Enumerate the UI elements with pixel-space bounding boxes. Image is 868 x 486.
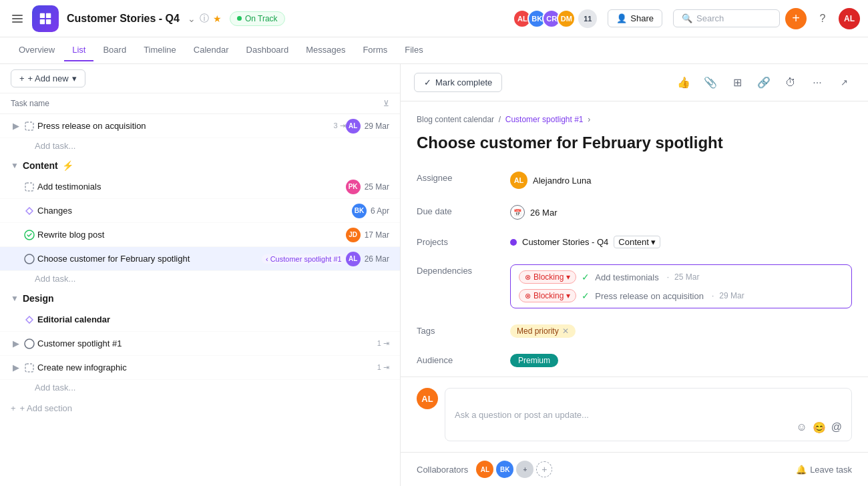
mark-complete-button[interactable]: ✓ Mark complete: [414, 73, 502, 92]
at-icon[interactable]: @: [831, 421, 842, 434]
due-date-label: Due date: [417, 202, 510, 220]
svg-rect-0: [12, 15, 23, 16]
section-design[interactable]: ▼ Design: [0, 286, 400, 308]
expand-button[interactable]: ▶: [11, 362, 21, 373]
tab-list[interactable]: List: [64, 39, 93, 61]
like-button[interactable]: 👍: [673, 72, 694, 93]
leave-task-button[interactable]: 🔔 Leave task: [796, 465, 852, 475]
avatar-count[interactable]: 11: [578, 9, 597, 28]
comment-section: AL Ask a question or post an update... ☺…: [401, 377, 868, 452]
smiley-icon[interactable]: 😊: [813, 421, 826, 434]
project-section[interactable]: Content ▾: [614, 236, 660, 248]
add-section-button[interactable]: + + Add section: [0, 395, 400, 421]
check-circle-icon: [24, 338, 35, 349]
collaborators-row: Collaborators AL BK + + 🔔 Leave task: [401, 452, 868, 486]
add-task-button-content[interactable]: Add task...: [35, 274, 75, 284]
chevron-down-icon: ▾: [651, 237, 656, 247]
subtask-badge: 1 ⇥: [377, 363, 389, 372]
dep-task-name-1: Add testimonials: [595, 272, 658, 282]
blocking-badge-1[interactable]: ⊗ Blocking ▾: [519, 270, 576, 284]
add-new-button[interactable]: + + Add new ▾: [11, 69, 85, 87]
tab-timeline[interactable]: Timeline: [136, 39, 184, 61]
assignee-value: AL Alejandro Luna: [510, 169, 852, 192]
add-button[interactable]: +: [785, 8, 807, 29]
block-icon: ⊗: [525, 292, 531, 300]
task-row[interactable]: Rewrite blog post JD 17 Mar: [0, 223, 400, 247]
timer-button[interactable]: ⏱: [780, 72, 801, 93]
task-avatar: AL: [346, 119, 361, 134]
task-row[interactable]: Choose customer for February spotlight ‹…: [0, 247, 400, 271]
tag-label: Med priority: [517, 326, 559, 336]
add-task-button[interactable]: Add task...: [35, 141, 75, 151]
task-date: 17 Mar: [365, 230, 389, 240]
status-dot: [237, 16, 242, 21]
tab-calendar[interactable]: Calendar: [186, 39, 237, 61]
task-row[interactable]: Editorial calendar: [0, 308, 400, 332]
blocked-icon: [24, 121, 35, 132]
tab-forms[interactable]: Forms: [355, 39, 395, 61]
chevron-down-icon[interactable]: ⌄: [188, 13, 196, 24]
col-task-name: Task name: [11, 99, 383, 108]
add-task-button-design[interactable]: Add task...: [35, 383, 75, 393]
tab-board[interactable]: Board: [95, 39, 134, 61]
check-done-icon: [24, 230, 35, 240]
section-content[interactable]: ▼ Content ⚡: [0, 154, 400, 175]
svg-marker-12: [26, 316, 33, 323]
comment-icons: ☺ 😊 @: [796, 421, 842, 434]
app-icon: [32, 5, 59, 32]
projects-label: Projects: [417, 233, 510, 251]
subtask-badge: 3 ⇥: [333, 121, 345, 130]
task-list: Task name ⊻ ▶ Press release on acquisiti…: [0, 93, 400, 486]
star-icon[interactable]: ★: [213, 13, 222, 24]
link-button[interactable]: 🔗: [753, 72, 775, 93]
main-area: + + Add new ▾ Task name ⊻ ▶ Press releas…: [0, 64, 868, 486]
info-icon[interactable]: ⓘ: [200, 13, 209, 25]
collab-add-button[interactable]: +: [536, 461, 552, 477]
more-button[interactable]: ···: [807, 72, 828, 93]
svg-marker-9: [26, 208, 33, 214]
task-row[interactable]: ▶ Customer spotlight #1 1 ⇥: [0, 332, 400, 356]
user-avatar-button[interactable]: AL: [839, 8, 860, 29]
task-row[interactable]: ▶ Press release on acquisition 3 ⇥ AL 29…: [0, 114, 400, 138]
task-row[interactable]: ▶ Create new infographic 1 ⇥: [0, 356, 400, 380]
blocking-badge-2[interactable]: ⊗ Blocking ▾: [519, 289, 576, 302]
emoji-icon[interactable]: ☺: [796, 421, 807, 434]
tag-remove-button[interactable]: ✕: [562, 326, 569, 336]
sort-icon[interactable]: ⊻: [383, 99, 389, 108]
task-name: Changes: [37, 206, 352, 216]
hamburger-button[interactable]: [8, 9, 27, 28]
task-name: Add testimonials: [37, 182, 346, 192]
blocking-label-2: Blocking: [533, 291, 564, 300]
add-task-area-content: Add task...: [0, 271, 400, 286]
help-button[interactable]: ?: [812, 8, 833, 29]
expand-button[interactable]: ▶: [11, 121, 21, 132]
breadcrumb-link[interactable]: Customer spotlight #1: [505, 115, 584, 124]
attach-button[interactable]: 📎: [700, 72, 721, 93]
due-date-value: 📅 26 Mar: [510, 202, 852, 222]
status-badge[interactable]: On Track: [230, 11, 285, 26]
close-panel-button[interactable]: ↗: [833, 72, 855, 93]
collaborators-left: Collaborators AL BK + +: [417, 461, 552, 478]
calendar-icon: 📅: [510, 205, 525, 220]
share-button[interactable]: 👤 Share: [608, 9, 662, 27]
comment-input-area[interactable]: Ask a question or post an update... ☺ 😊 …: [445, 388, 852, 441]
task-list-header: Task name ⊻: [0, 93, 400, 114]
tab-messages[interactable]: Messages: [298, 39, 353, 61]
detail-grid: Assignee AL Alejandro Luna Due date 📅 26…: [417, 169, 852, 377]
audience-name: Premium: [518, 356, 550, 365]
search-box[interactable]: 🔍 Search: [673, 9, 780, 27]
svg-rect-3: [40, 13, 45, 17]
expand-button[interactable]: ▶: [11, 338, 21, 349]
audience-label: Audience: [417, 351, 510, 369]
svg-rect-2: [12, 21, 23, 23]
collab-avatar-add-pending: +: [516, 461, 533, 478]
dep-check-icon-2: ✓: [582, 290, 590, 301]
collab-avatar-2: BK: [496, 461, 513, 478]
tab-overview[interactable]: Overview: [11, 39, 63, 61]
tab-files[interactable]: Files: [397, 39, 431, 61]
task-row[interactable]: Add testimonials PK 25 Mar: [0, 175, 400, 199]
task-name: Rewrite blog post: [37, 230, 346, 240]
tab-dashboard[interactable]: Dashboard: [238, 39, 297, 61]
task-row[interactable]: Changes BK 6 Apr: [0, 199, 400, 223]
subtask-button[interactable]: ⊞: [726, 72, 748, 93]
